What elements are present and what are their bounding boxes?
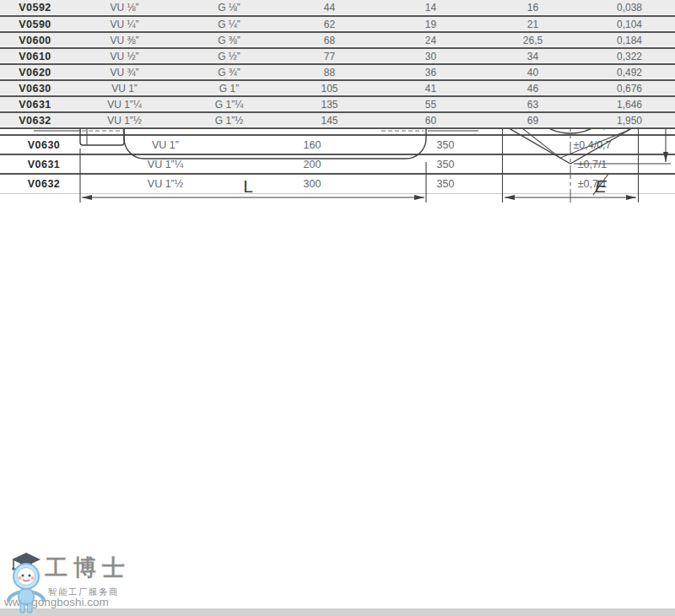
dim-d-cell: 46	[482, 80, 584, 96]
watermark-brand: 工博士	[45, 553, 154, 583]
weight-cell: 0,322	[584, 48, 675, 64]
dim-d-cell: 40	[482, 64, 584, 80]
dim-d-cell: 26,5	[482, 32, 584, 48]
type-cell: VU ¾”	[70, 64, 179, 80]
gas-thread-cell: G 1”	[179, 80, 279, 96]
dim-d-cell: 34	[482, 48, 584, 64]
gas-thread-cell: G ¼”	[179, 16, 279, 32]
gas-thread-cell: G 1”¼	[179, 96, 279, 112]
weight-cell: 1,950	[584, 112, 675, 128]
weight-cell: 0,676	[584, 80, 675, 96]
type-cell: VU 1”½	[70, 112, 179, 128]
gas-thread-cell: G ¾”	[179, 64, 279, 80]
gas-thread-cell: G ⅛”	[179, 0, 279, 16]
dim-e-cell: 36	[380, 64, 482, 80]
dim-e-cell: 19	[380, 16, 482, 32]
type-cell: VU ⅛”	[70, 0, 179, 16]
dim-e-cell: 60	[380, 112, 482, 128]
table-row: V0600VU ⅜”G ⅜”682426,50,184	[0, 32, 675, 48]
dim-d-cell: 69	[482, 112, 584, 128]
weight-cell: 1,646	[584, 96, 675, 112]
code-cell: V0630	[0, 80, 70, 96]
weight-cell: 0,038	[584, 0, 675, 16]
dim-e-cell: 41	[380, 80, 482, 96]
code-cell: V0590	[0, 16, 70, 32]
datasheet-page: CODICE CODE SIGLA TYPE PORTATA MAX MAX F…	[0, 0, 675, 616]
dim-e-cell: 55	[380, 96, 482, 112]
gongboshi-mascot-logo	[7, 549, 46, 615]
dim-d-cell: 63	[482, 96, 584, 112]
code-cell: V0610	[0, 48, 70, 64]
dim-e-cell: 14	[380, 0, 482, 16]
type-cell: VU ⅜”	[70, 32, 179, 48]
type-cell: VU 1”¼	[70, 96, 179, 112]
dimensions-table-body: V0592VU ⅛”G ⅛”4414160,038V0590VU ¼”G ¼”6…	[0, 0, 675, 128]
length-l-cell: 62	[279, 16, 380, 32]
dim-label-l: L	[243, 176, 253, 196]
table-row: V0620VU ¾”G ¾”8836400,492	[0, 64, 675, 80]
table-row: V0590VU ¼”G ¼”6219210,104	[0, 16, 675, 32]
code-cell: V0620	[0, 64, 70, 80]
code-cell: V0632	[0, 112, 70, 128]
weight-cell: 0,184	[584, 32, 675, 48]
dimensions-table: V0592VU ⅛”G ⅛”4414160,038V0590VU ¼”G ¼”6…	[0, 0, 675, 129]
dim-label-e: E	[595, 176, 608, 196]
length-l-cell: 105	[279, 80, 380, 96]
dim-l: L	[80, 149, 426, 203]
gas-thread-cell: G ⅜”	[179, 32, 279, 48]
length-l-cell: 68	[279, 32, 380, 48]
dim-d-cell: 16	[482, 0, 584, 16]
weight-cell: 0,104	[584, 16, 675, 32]
code-cell: V0592	[0, 0, 70, 16]
watermark-url: www.gongboshi.com	[4, 596, 109, 608]
table-row: V0610VU ½”G ½”7730340,322	[0, 48, 675, 64]
table-row: V0632VU 1”½G 1”½14560691,950	[0, 112, 675, 128]
gas-thread-cell: G 1”½	[179, 112, 279, 128]
length-l-cell: 145	[279, 112, 380, 128]
table-row: V0631VU 1”¼G 1”¼13555631,646	[0, 96, 675, 112]
length-l-cell: 88	[279, 64, 380, 80]
length-l-cell: 44	[279, 0, 380, 16]
type-cell: VU ½”	[70, 48, 179, 64]
dim-e-cell: 24	[380, 32, 482, 48]
watermark-tagline: 智能工厂服务商	[48, 586, 119, 598]
table-row: V0592VU ⅛”G ⅛”4414160,038	[0, 0, 675, 16]
type-cell: VU 1”	[70, 80, 179, 96]
length-l-cell: 77	[279, 48, 380, 64]
dim-e-cell: 30	[380, 48, 482, 64]
length-l-cell: 135	[279, 96, 380, 112]
gongboshi-watermark: www.gongboshi.com	[0, 544, 160, 616]
weight-cell: 0,492	[584, 64, 675, 80]
type-cell: VU ¼”	[70, 16, 179, 32]
code-cell: V0631	[0, 96, 70, 112]
dim-d-cell: 21	[482, 16, 584, 32]
page-footer-band	[0, 608, 675, 616]
gas-thread-cell: G ½”	[179, 48, 279, 64]
table-row: V0630VU 1”G 1”10541460,676	[0, 80, 675, 96]
code-cell: V0600	[0, 32, 70, 48]
